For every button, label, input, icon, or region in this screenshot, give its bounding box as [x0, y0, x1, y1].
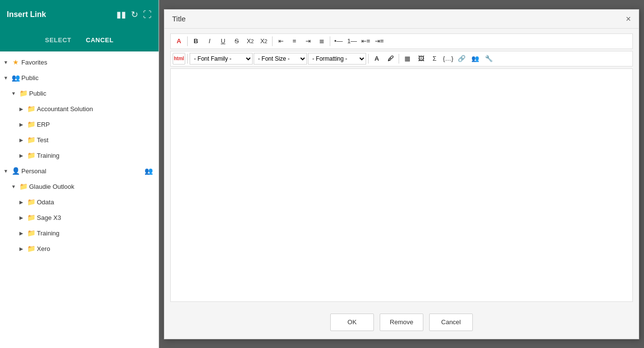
dialog: Title × A B I U S X2 X2 ⇤ ≡ ⇥ ≣ •— 1—: [164, 9, 639, 339]
tree-arrow-favorites[interactable]: [2, 58, 10, 66]
left-header: Insert Link ▮▮ ↻ ⛶: [0, 0, 159, 29]
save-icon[interactable]: ▮▮: [116, 9, 126, 20]
right-panel: Title × A B I U S X2 X2 ⇤ ≡ ⇥ ≣ •— 1—: [159, 0, 644, 348]
sep5: [368, 54, 369, 64]
sep6: [399, 54, 399, 64]
image-btn[interactable]: 🖼: [415, 53, 427, 65]
tree-label-training2: Training: [37, 230, 157, 237]
tree-item-public-folder[interactable]: 📁Public: [0, 85, 159, 101]
tree-item-sagex3[interactable]: 📁Sage X3: [0, 210, 159, 225]
tree-icon-favorites: ★: [11, 58, 20, 66]
formatting-select[interactable]: - Formatting -: [308, 53, 366, 65]
tree-icon-glaudie: 📁: [19, 182, 28, 191]
dialog-header: Title ×: [164, 10, 639, 29]
refresh-icon[interactable]: ↻: [131, 9, 138, 20]
tree-arrow-test[interactable]: [17, 136, 25, 144]
tree-arrow-erp[interactable]: [17, 120, 25, 128]
editor-area[interactable]: [170, 68, 633, 302]
sep2: [272, 36, 273, 46]
outdent-btn[interactable]: ⇤≡: [359, 35, 372, 47]
html-btn[interactable]: html: [173, 53, 185, 65]
dialog-body: A B I U S X2 X2 ⇤ ≡ ⇥ ≣ •— 1— ⇤≡ ⇥≡: [164, 29, 639, 307]
tree-label-erp: ERP: [37, 121, 157, 128]
tree-item-odata[interactable]: 📁Odata: [0, 194, 159, 210]
tree-arrow-odata[interactable]: [17, 198, 25, 206]
tree-item-public-root[interactable]: 👥Public: [0, 70, 159, 85]
wrench-btn[interactable]: 🔧: [483, 53, 495, 65]
tree-label-sagex3: Sage X3: [37, 214, 157, 221]
tree-arrow-glaudie[interactable]: [10, 182, 17, 190]
tree-icon-test: 📁: [27, 135, 35, 144]
tree-label-accountant: Accountant Solution: [37, 105, 157, 113]
tree-label-public-folder: Public: [29, 90, 157, 97]
align-justify-btn[interactable]: ≣: [315, 35, 328, 47]
tree-item-personal[interactable]: 👤Personal👥: [0, 163, 159, 179]
cancel-button[interactable]: CANCEL: [86, 36, 113, 44]
subscript-btn[interactable]: X2: [244, 35, 257, 47]
tree-end-icon-personal: 👥: [145, 167, 157, 175]
bold-btn[interactable]: B: [190, 35, 202, 47]
align-center-btn[interactable]: ≡: [288, 35, 301, 47]
tree-item-test[interactable]: 📁Test: [0, 132, 159, 148]
toolbar-row-2: html - Font Family - - Font Size - - For…: [170, 51, 633, 66]
link-btn[interactable]: 🔗: [455, 53, 468, 65]
tree-item-erp[interactable]: 📁ERP: [0, 116, 159, 132]
tree-arrow-public-root[interactable]: [2, 74, 10, 82]
tree-icon-xero: 📁: [27, 244, 35, 253]
align-right-btn[interactable]: ⇥: [302, 35, 314, 47]
sep4: [187, 54, 188, 64]
dialog-title: Title: [172, 15, 186, 23]
tree-label-training: Training: [37, 152, 157, 159]
left-actions: SELECT CANCEL: [0, 29, 159, 51]
indent-btn[interactable]: ⇥≡: [373, 35, 386, 47]
tree-item-training[interactable]: 📁Training: [0, 148, 159, 163]
code-btn[interactable]: {…}: [442, 53, 454, 65]
italic-btn[interactable]: I: [203, 35, 216, 47]
tree-arrow-personal[interactable]: [2, 167, 10, 175]
tree-item-favorites[interactable]: ★Favorites: [0, 54, 159, 70]
tree-arrow-accountant[interactable]: [17, 105, 25, 113]
tree-label-favorites: Favorites: [21, 59, 157, 66]
dialog-close-button[interactable]: ×: [626, 15, 631, 23]
tree-icon-odata: 📁: [27, 198, 35, 206]
remove-button[interactable]: Remove: [380, 314, 423, 331]
align-left-btn[interactable]: ⇤: [274, 35, 287, 47]
tree-icon-erp: 📁: [27, 120, 35, 129]
tree-label-public-root: Public: [21, 74, 157, 82]
toolbar-row-1: A B I U S X2 X2 ⇤ ≡ ⇥ ≣ •— 1— ⇤≡ ⇥≡: [170, 33, 633, 49]
tree-arrow-training2[interactable]: [17, 229, 25, 237]
panel-title: Insert Link: [7, 10, 112, 19]
format-color-btn[interactable]: A: [173, 35, 185, 47]
tree-arrow-training[interactable]: [17, 151, 25, 159]
font-color-btn2[interactable]: A: [370, 53, 383, 65]
left-panel: Insert Link ▮▮ ↻ ⛶ SELECT CANCEL ★Favori…: [0, 0, 159, 348]
cancel-dialog-button[interactable]: Cancel: [429, 314, 473, 331]
tree-item-accountant[interactable]: 📁Accountant Solution: [0, 101, 159, 116]
tree-arrow-xero[interactable]: [17, 245, 25, 252]
font-family-select[interactable]: - Font Family -: [190, 53, 253, 65]
expand-icon[interactable]: ⛶: [143, 10, 152, 20]
select-button[interactable]: SELECT: [45, 36, 71, 44]
font-size-select[interactable]: - Font Size -: [254, 53, 307, 65]
highlight-btn[interactable]: 🖊: [384, 53, 397, 65]
table-btn[interactable]: ▦: [401, 53, 414, 65]
formula-btn[interactable]: Σ: [428, 53, 441, 65]
tree-item-xero[interactable]: 📁Xero: [0, 241, 159, 256]
tree-item-training2[interactable]: 📁Training: [0, 225, 159, 241]
tree-item-glaudie[interactable]: 📁Glaudie Outlook: [0, 179, 159, 194]
strikethrough-btn[interactable]: S: [230, 35, 243, 47]
underline-btn[interactable]: U: [217, 35, 229, 47]
unordered-list-btn[interactable]: •—: [332, 35, 345, 47]
ordered-list-btn[interactable]: 1—: [346, 35, 358, 47]
tree-arrow-sagex3[interactable]: [17, 214, 25, 221]
tree-icon-training2: 📁: [27, 229, 35, 237]
superscript-btn[interactable]: X2: [258, 35, 270, 47]
tree-icon-sagex3: 📁: [27, 213, 35, 222]
tree-arrow-public-folder[interactable]: [10, 89, 17, 97]
dialog-footer: OK Remove Cancel: [164, 307, 639, 339]
tree-icon-training: 📁: [27, 151, 35, 160]
users-btn[interactable]: 👥: [469, 53, 482, 65]
ok-button[interactable]: OK: [330, 314, 374, 331]
tree-label-glaudie: Glaudie Outlook: [29, 183, 157, 190]
tree-icon-accountant: 📁: [27, 104, 35, 113]
